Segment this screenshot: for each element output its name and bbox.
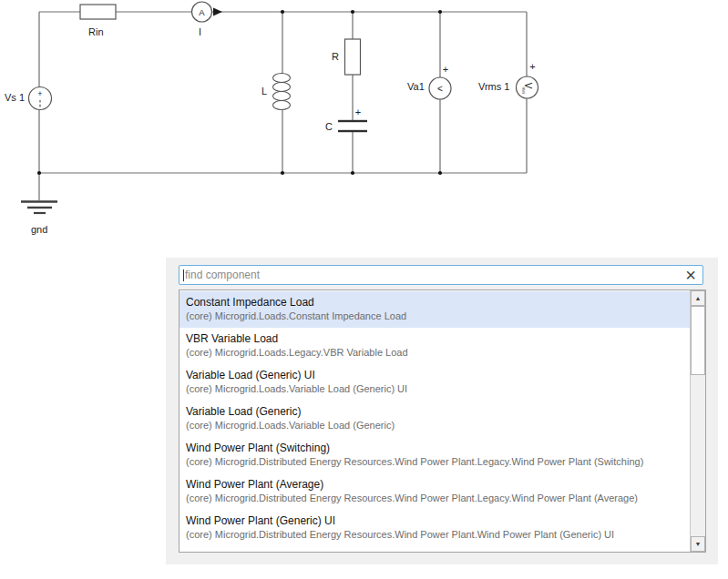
ground[interactable] — [21, 202, 57, 214]
text-caret — [183, 269, 184, 281]
item-path: (core) Microgrid.Loads.Legacy.VBR Variab… — [186, 347, 690, 359]
capacitor-label: C — [325, 122, 333, 132]
item-title: Wind Power Plant (Switching) — [186, 442, 690, 455]
schematic-canvas: + A + — [0, 0, 728, 255]
item-path: (core) Microgrid.Loads.Constant Impedanc… — [186, 310, 690, 322]
input-resistor[interactable] — [80, 5, 116, 19]
capacitor-plus-glyph: + — [355, 107, 361, 117]
component-result-list: Constant Impedance Load(core) Microgrid.… — [179, 290, 706, 553]
clear-search-icon[interactable]: × — [685, 268, 696, 282]
scroll-down-icon[interactable]: ▼ — [691, 536, 705, 552]
resistor[interactable] — [345, 39, 361, 75]
ammeter-label: I — [199, 27, 201, 37]
ammeter[interactable]: A — [192, 2, 223, 22]
voltmeter-label: Va1 — [407, 82, 425, 92]
list-item[interactable]: VBR Variable Load(core) Microgrid.Loads.… — [179, 328, 690, 364]
item-title: Variable Load (Generic) UI — [186, 369, 690, 382]
item-path: (core) Microgrid.Distributed Energy Reso… — [186, 529, 690, 541]
input-resistor-label: Rin — [88, 27, 104, 37]
item-path: (core) Microgrid.Loads.Variable Load (Ge… — [186, 383, 690, 395]
item-title: Variable Load (Generic) — [186, 405, 690, 419]
scrollbar-thumb[interactable] — [691, 306, 705, 375]
item-path: (core) Microgrid.Distributed Energy Reso… — [186, 456, 690, 468]
list-item[interactable]: Wind Power Plant (Average)(core) Microgr… — [179, 473, 690, 510]
item-title: VBR Variable Load — [186, 332, 690, 346]
list-item[interactable]: Wind Power Plant (Generic) UI(core) Micr… — [179, 510, 690, 546]
rms-sub-glyph: RMS — [521, 87, 525, 95]
scroll-up-icon[interactable]: ▲ — [691, 290, 705, 306]
item-title: Wind Power Plant (Average) — [186, 478, 690, 492]
result-rows: Constant Impedance Load(core) Microgrid.… — [179, 291, 690, 551]
find-component-dialog: find component × Constant Impedance Load… — [166, 258, 718, 564]
list-item[interactable]: Wind Power Plant (Switching)(core) Micro… — [179, 437, 690, 473]
item-title: Wind Power Plant (Generic) UI — [186, 514, 690, 528]
schematic-editor-page: { "circuit": { "components": { "source_l… — [0, 0, 728, 579]
rms-voltmeter-label: Vrms 1 — [478, 82, 509, 92]
ground-label: gnd — [31, 225, 47, 235]
search-placeholder: find component — [185, 269, 685, 281]
voltmeter-plus-glyph: + — [443, 64, 448, 75]
list-item[interactable]: Variable Load (Generic)(core) Microgrid.… — [179, 401, 690, 437]
list-item[interactable]: Constant Impedance Load(core) Microgrid.… — [179, 291, 690, 328]
item-path: (core) Microgrid.Loads.Variable Load (Ge… — [186, 420, 690, 432]
inductor-label: L — [261, 86, 267, 96]
ammeter-glyph: A — [199, 7, 205, 17]
voltage-source[interactable]: + — [29, 87, 52, 110]
circuit-svg: + A + — [0, 0, 728, 255]
inductor[interactable] — [273, 74, 291, 110]
item-path: (core) Microgrid.Distributed Energy Reso… — [186, 493, 690, 504]
item-title: Constant Impedance Load — [186, 296, 690, 310]
rms-plus-glyph: + — [529, 61, 535, 72]
current-arrow-icon — [213, 8, 222, 16]
search-input[interactable]: find component × — [179, 265, 703, 285]
source-label: Vs 1 — [5, 93, 25, 103]
voltmeter-glyph: < — [437, 84, 443, 94]
list-item[interactable]: Variable Load (Generic) UI(core) Microgr… — [179, 364, 690, 401]
resistor-label: R — [332, 52, 339, 62]
source-plus-glyph: + — [37, 89, 42, 98]
vertical-scrollbar[interactable]: ▲ ▼ — [690, 290, 705, 552]
